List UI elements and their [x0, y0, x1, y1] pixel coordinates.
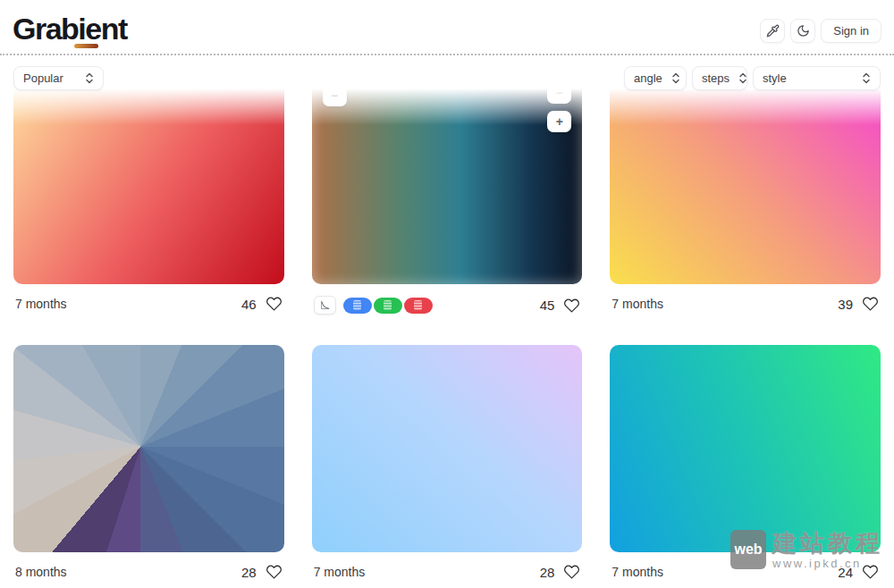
steps-select-label: steps — [702, 71, 730, 85]
card-likes: 28 — [241, 564, 283, 580]
gradient-cell: 7 months 39 — [610, 77, 881, 315]
dark-mode-button[interactable] — [790, 19, 815, 43]
gradient-card[interactable] — [13, 77, 284, 284]
like-count: 45 — [540, 298, 555, 313]
header: Grabient Sign in — [0, 0, 894, 54]
color-stop-pill-blue[interactable] — [343, 298, 372, 314]
card-likes: 45 — [540, 298, 581, 314]
chevron-updown-icon — [85, 72, 94, 84]
card-age: 7 months — [611, 565, 663, 579]
card-meta: 8 months 28 — [13, 552, 284, 580]
site-watermark: web 建站教程 www.ipkd.cn — [730, 530, 883, 571]
heart-icon[interactable] — [862, 296, 879, 312]
eyedropper-icon — [766, 24, 780, 38]
curve-chart-icon — [319, 299, 331, 311]
gradient-card[interactable] — [312, 345, 583, 552]
logo[interactable]: Grabient — [13, 13, 127, 48]
gradient-card[interactable] — [610, 345, 881, 552]
steps-select[interactable]: steps — [692, 66, 747, 90]
gradient-grid: 7 months 46 − − + — [0, 77, 894, 580]
filter-bar: Popular angle steps — [13, 66, 881, 90]
gradient-cell: 7 months 28 — [312, 345, 583, 580]
sort-select-label: Popular — [23, 71, 63, 85]
like-count: 28 — [241, 565, 257, 580]
watermark-url: www.ipkd.cn — [772, 557, 862, 571]
chevron-updown-icon — [862, 72, 871, 84]
like-count: 39 — [838, 297, 853, 312]
like-count: 46 — [241, 297, 257, 312]
filter-group: angle steps style — [624, 66, 881, 90]
watermark-title: 建站教程 — [772, 530, 883, 557]
heart-icon[interactable] — [266, 296, 283, 312]
watermark-text: 建站教程 www.ipkd.cn — [772, 530, 883, 571]
card-meta: 7 months 39 — [610, 284, 881, 312]
heart-icon[interactable] — [266, 564, 283, 580]
sort-select[interactable]: Popular — [13, 66, 104, 90]
card-age: 8 months — [15, 565, 67, 579]
color-picker-button[interactable] — [760, 19, 785, 43]
card-likes: 39 — [838, 296, 879, 312]
stop-controls — [314, 296, 433, 315]
grip-icon — [414, 300, 422, 310]
moon-icon — [797, 24, 810, 38]
angle-select-label: angle — [634, 71, 662, 85]
card-meta: 7 months 46 — [13, 284, 284, 312]
card-age: 7 months — [314, 565, 366, 579]
angle-select[interactable]: angle — [624, 66, 687, 90]
gradient-card[interactable] — [13, 345, 284, 552]
card-meta: 45 — [312, 284, 583, 315]
watermark-badge: web — [730, 530, 766, 569]
style-select-label: style — [763, 71, 787, 85]
chevron-updown-icon — [738, 72, 747, 84]
main-content: Popular angle steps — [0, 66, 894, 580]
page: Grabient Sign in — [0, 0, 894, 588]
card-age: 7 months — [611, 297, 663, 311]
card-likes: 28 — [540, 564, 581, 580]
style-select[interactable]: style — [753, 66, 881, 90]
heart-icon[interactable] — [563, 564, 580, 580]
grip-icon — [353, 300, 361, 310]
color-stop-pills — [343, 298, 433, 314]
color-stop-pill-green[interactable] — [374, 298, 402, 314]
header-actions: Sign in — [760, 19, 881, 43]
gradient-cell: 7 months 46 — [13, 77, 284, 315]
increase-steps-button[interactable]: + — [547, 111, 571, 132]
gradient-cell: 8 months 28 — [13, 345, 284, 580]
sign-in-button[interactable]: Sign in — [821, 19, 881, 43]
card-meta: 7 months 28 — [312, 552, 583, 580]
card-age: 7 months — [15, 297, 67, 311]
logo-underline-swatch — [74, 44, 98, 48]
logo-text: Grabient — [13, 13, 127, 45]
gradient-cell-active: − − + — [312, 77, 583, 315]
like-count: 28 — [540, 565, 555, 580]
grip-icon — [384, 300, 392, 310]
dotted-divider — [0, 54, 894, 55]
gradient-card[interactable] — [610, 77, 881, 284]
heart-icon[interactable] — [563, 298, 580, 314]
gradient-card[interactable]: − − + — [312, 77, 583, 284]
card-likes: 46 — [241, 296, 283, 312]
easing-curve-button[interactable] — [314, 296, 336, 315]
color-stop-pill-red[interactable] — [404, 298, 433, 314]
chevron-updown-icon — [671, 72, 680, 84]
